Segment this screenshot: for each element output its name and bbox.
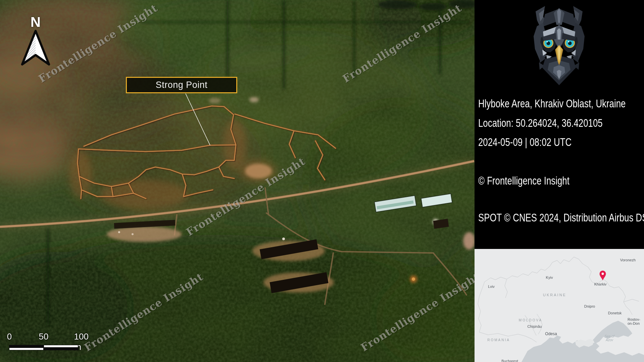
scale-segment: [44, 348, 78, 350]
map-label-city: Kharkiv: [594, 282, 607, 286]
panel-source: SPOT © CNES 2024, Distribution Airbus DS: [478, 211, 644, 224]
info-panel: Hlyboke Area, Khrakiv Oblast, Ukraine Lo…: [475, 0, 644, 362]
scale-tick-50: 50: [39, 331, 49, 342]
map-label-region: ROMANIA: [487, 338, 510, 342]
map-label-sea-of-azov: Sea of Azov: [605, 334, 614, 342]
screenshot-root: Frontelligence Insight Frontelligence In…: [0, 0, 644, 362]
map-label-city: Kyiv: [546, 275, 553, 279]
map-label-rostov: Rostov- on-Don: [628, 317, 640, 325]
map-label-city: Donetsk: [608, 311, 622, 315]
scale-tick-0: 0: [7, 331, 12, 342]
north-arrow: N: [19, 15, 52, 68]
map-label-city: Lviv: [488, 285, 495, 289]
scale-bar-row-bottom: [9, 348, 78, 350]
map-label-rostov-line1: Rostov-: [628, 317, 640, 321]
scale-bar-row-top: [9, 345, 78, 348]
scale-segment: [44, 345, 78, 348]
minimap-basemap: [475, 249, 644, 362]
map-label-city: Chișinău: [528, 324, 542, 328]
context-minimap: Voronezh Kyiv Lviv Kharkiv Dnipro Donets…: [475, 249, 644, 362]
panel-credit: © Frontelligence Insight: [478, 174, 569, 187]
scale-segment: [9, 348, 44, 350]
map-label-city: Bucharest: [501, 359, 518, 362]
map-label-rostov-line2: on-Don: [628, 321, 640, 325]
north-label: N: [19, 15, 52, 30]
panel-title: Hlyboke Area, Khrakiv Oblast, Ukraine: [478, 97, 626, 110]
scale-bar: 0 50 100 m: [0, 327, 101, 354]
map-label-city: Voronezh: [620, 258, 636, 262]
satellite-image: Frontelligence Insight Frontelligence In…: [0, 0, 475, 362]
panel-location: Location: 50.264024, 36.420105: [478, 116, 603, 130]
scale-segment: [9, 345, 44, 348]
map-label-city: Dnipro: [584, 304, 595, 308]
panel-datetime: 2024-05-09 | 08:02 UTC: [478, 135, 572, 149]
strong-point-label: Strong Point: [156, 80, 208, 90]
strong-point-annotation: Strong Point: [126, 77, 237, 93]
sea-label-line2: Azov: [606, 338, 613, 342]
north-arrow-icon: [20, 30, 51, 67]
map-label-region: UKRAINE: [543, 293, 566, 297]
map-label-city: Odesa: [545, 332, 557, 336]
owl-logo: [526, 5, 593, 86]
map-label-region: MOLDOVA: [519, 318, 542, 322]
sea-label-line1: Sea of: [605, 334, 614, 338]
